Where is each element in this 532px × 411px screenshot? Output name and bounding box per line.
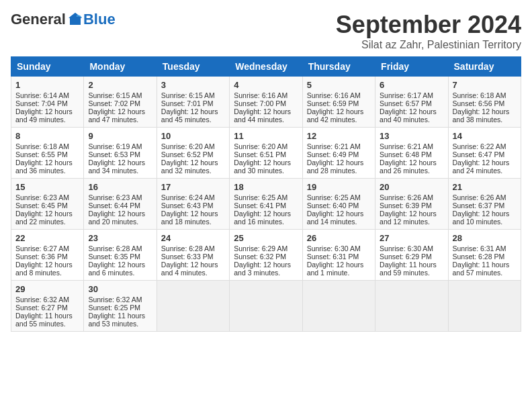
calendar-week-1: 1 Sunrise: 6:14 AM Sunset: 7:04 PM Dayli… — [11, 77, 521, 128]
day-number: 18 — [234, 182, 298, 192]
main-title: September 2024 — [336, 11, 521, 39]
day-number: 1 — [15, 80, 79, 90]
sunrise-label: Sunrise: 6:28 AM — [161, 244, 215, 253]
calendar-week-5: 29 Sunrise: 6:32 AM Sunset: 6:27 PM Dayl… — [11, 281, 521, 332]
day-header-friday: Friday — [375, 57, 448, 77]
daylight-label: Daylight: 12 hours and 22 minutes. — [15, 210, 73, 226]
day-header-sunday: Sunday — [11, 57, 84, 77]
day-header-tuesday: Tuesday — [157, 57, 229, 77]
calendar-cell: 9 Sunrise: 6:19 AM Sunset: 6:53 PM Dayli… — [84, 128, 157, 179]
sunrise-label: Sunrise: 6:26 AM — [453, 193, 506, 201]
sunset-label: Sunset: 7:04 PM — [15, 99, 68, 107]
day-number: 24 — [161, 233, 225, 243]
sunrise-label: Sunrise: 6:28 AM — [88, 244, 142, 253]
calendar-cell: 4 Sunrise: 6:16 AM Sunset: 7:00 PM Dayli… — [230, 77, 302, 128]
sunrise-label: Sunrise: 6:30 AM — [380, 244, 433, 253]
sunrise-label: Sunrise: 6:20 AM — [234, 142, 287, 150]
daylight-label: Daylight: 12 hours and 47 minutes. — [88, 107, 145, 124]
day-number: 25 — [234, 233, 298, 243]
sunset-label: Sunset: 6:53 PM — [88, 150, 140, 158]
sunrise-label: Sunrise: 6:16 AM — [307, 91, 361, 99]
sunset-label: Sunset: 6:39 PM — [380, 201, 432, 210]
daylight-label: Daylight: 12 hours and 20 minutes. — [88, 210, 145, 226]
sunrise-label: Sunrise: 6:24 AM — [161, 193, 215, 201]
calendar-week-2: 8 Sunrise: 6:18 AM Sunset: 6:55 PM Dayli… — [11, 128, 521, 179]
daylight-label: Daylight: 11 hours and 53 minutes. — [88, 312, 145, 328]
logo-general: General — [11, 11, 66, 28]
daylight-label: Daylight: 11 hours and 55 minutes. — [15, 312, 73, 328]
day-number: 14 — [453, 131, 517, 141]
calendar-cell: 11 Sunrise: 6:20 AM Sunset: 6:51 PM Dayl… — [230, 128, 302, 179]
day-number: 26 — [307, 233, 371, 243]
sunrise-label: Sunrise: 6:14 AM — [15, 91, 69, 99]
calendar-cell: 20 Sunrise: 6:26 AM Sunset: 6:39 PM Dayl… — [375, 179, 448, 230]
sunrise-label: Sunrise: 6:26 AM — [380, 193, 433, 201]
day-header-wednesday: Wednesday — [230, 57, 302, 77]
day-number: 21 — [453, 182, 517, 192]
daylight-label: Daylight: 12 hours and 40 minutes. — [380, 107, 437, 124]
calendar-cell: 17 Sunrise: 6:24 AM Sunset: 6:43 PM Dayl… — [157, 179, 229, 230]
sunset-label: Sunset: 6:55 PM — [15, 150, 68, 158]
calendar-cell: 14 Sunrise: 6:22 AM Sunset: 6:47 PM Dayl… — [448, 128, 521, 179]
sunset-label: Sunset: 6:31 PM — [307, 253, 359, 261]
sunrise-label: Sunrise: 6:19 AM — [88, 142, 142, 150]
daylight-label: Daylight: 12 hours and 8 minutes. — [15, 261, 73, 277]
logo-icon — [67, 11, 83, 28]
day-number: 19 — [307, 182, 371, 192]
calendar-cell: 18 Sunrise: 6:25 AM Sunset: 6:41 PM Dayl… — [230, 179, 302, 230]
day-number: 20 — [380, 182, 443, 192]
calendar-cell: 2 Sunrise: 6:15 AM Sunset: 7:02 PM Dayli… — [84, 77, 157, 128]
logo-blue: Blue — [83, 11, 116, 28]
day-number: 7 — [453, 80, 517, 90]
day-number: 22 — [15, 233, 79, 243]
calendar-cell — [375, 281, 448, 332]
calendar-cell: 22 Sunrise: 6:27 AM Sunset: 6:36 PM Dayl… — [11, 230, 84, 281]
logo: General Blue — [11, 11, 116, 28]
day-number: 27 — [380, 233, 443, 243]
day-number: 6 — [380, 80, 443, 90]
sunset-label: Sunset: 6:28 PM — [453, 253, 505, 261]
sunset-label: Sunset: 6:45 PM — [15, 201, 68, 210]
calendar-cell: 12 Sunrise: 6:21 AM Sunset: 6:49 PM Dayl… — [302, 128, 375, 179]
calendar-cell: 13 Sunrise: 6:21 AM Sunset: 6:48 PM Dayl… — [375, 128, 448, 179]
daylight-label: Daylight: 12 hours and 1 minute. — [307, 261, 364, 277]
sunrise-label: Sunrise: 6:25 AM — [234, 193, 287, 201]
calendar-cell: 27 Sunrise: 6:30 AM Sunset: 6:29 PM Dayl… — [375, 230, 448, 281]
calendar-cell: 5 Sunrise: 6:16 AM Sunset: 6:59 PM Dayli… — [302, 77, 375, 128]
daylight-label: Daylight: 12 hours and 4 minutes. — [161, 261, 218, 277]
calendar-cell — [302, 281, 375, 332]
sunrise-label: Sunrise: 6:29 AM — [234, 244, 287, 253]
sunset-label: Sunset: 6:29 PM — [380, 253, 432, 261]
calendar-week-3: 15 Sunrise: 6:23 AM Sunset: 6:45 PM Dayl… — [11, 179, 521, 230]
title-block: September 2024 Silat az Zahr, Palestinia… — [336, 11, 521, 51]
daylight-label: Daylight: 12 hours and 34 minutes. — [88, 158, 145, 175]
sunset-label: Sunset: 6:40 PM — [307, 201, 359, 210]
sunset-label: Sunset: 6:59 PM — [307, 99, 359, 107]
calendar-header-row: SundayMondayTuesdayWednesdayThursdayFrid… — [11, 57, 521, 77]
sunrise-label: Sunrise: 6:15 AM — [161, 91, 215, 99]
calendar-cell — [230, 281, 302, 332]
sunrise-label: Sunrise: 6:21 AM — [380, 142, 433, 150]
daylight-label: Daylight: 12 hours and 26 minutes. — [380, 158, 437, 175]
daylight-label: Daylight: 12 hours and 32 minutes. — [161, 158, 218, 175]
daylight-label: Daylight: 11 hours and 57 minutes. — [453, 261, 510, 277]
day-number: 10 — [161, 131, 225, 141]
calendar-week-4: 22 Sunrise: 6:27 AM Sunset: 6:36 PM Dayl… — [11, 230, 521, 281]
daylight-label: Daylight: 12 hours and 36 minutes. — [15, 158, 73, 175]
sunset-label: Sunset: 6:43 PM — [161, 201, 214, 210]
daylight-label: Daylight: 12 hours and 6 minutes. — [88, 261, 145, 277]
sunrise-label: Sunrise: 6:22 AM — [453, 142, 506, 150]
calendar-cell: 30 Sunrise: 6:32 AM Sunset: 6:25 PM Dayl… — [84, 281, 157, 332]
sunset-label: Sunset: 6:57 PM — [380, 99, 432, 107]
day-number: 9 — [88, 131, 152, 141]
sunset-label: Sunset: 6:35 PM — [88, 253, 140, 261]
calendar-cell: 21 Sunrise: 6:26 AM Sunset: 6:37 PM Dayl… — [448, 179, 521, 230]
sunset-label: Sunset: 6:36 PM — [15, 253, 68, 261]
sunrise-label: Sunrise: 6:15 AM — [88, 91, 142, 99]
day-number: 17 — [161, 182, 225, 192]
day-header-saturday: Saturday — [448, 57, 521, 77]
daylight-label: Daylight: 12 hours and 28 minutes. — [307, 158, 364, 175]
sunset-label: Sunset: 6:25 PM — [88, 304, 140, 312]
calendar-cell: 8 Sunrise: 6:18 AM Sunset: 6:55 PM Dayli… — [11, 128, 84, 179]
sunset-label: Sunset: 7:02 PM — [88, 99, 140, 107]
